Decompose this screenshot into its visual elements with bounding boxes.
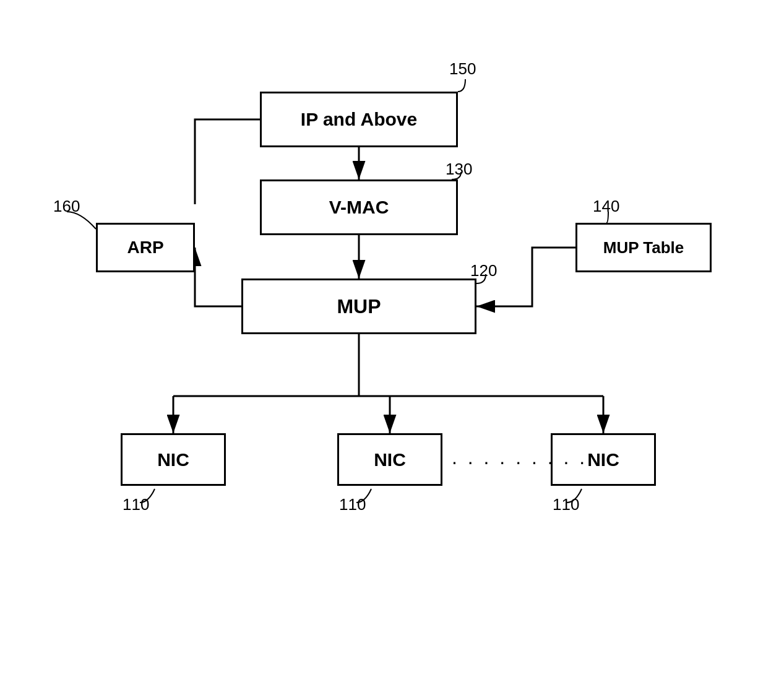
dots-label: · · · · · · · · · [452, 451, 587, 473]
mup-table-box: MUP Table [575, 223, 712, 272]
arp-box: ARP [96, 223, 195, 272]
ip-above-box: IP and Above [260, 92, 458, 147]
label-110c: 110 [553, 495, 579, 514]
nic2-box: NIC [337, 433, 442, 486]
vmac-box: V-MAC [260, 179, 458, 235]
label-160: 160 [53, 197, 80, 216]
label-120: 120 [470, 261, 497, 280]
label-150: 150 [449, 59, 476, 79]
label-110b: 110 [339, 495, 366, 514]
label-110a: 110 [123, 495, 149, 514]
label-140: 140 [593, 197, 619, 216]
nic1-box: NIC [121, 433, 226, 486]
mup-box: MUP [241, 278, 476, 334]
label-130: 130 [446, 160, 472, 179]
diagram-container: IP and Above V-MAC MUP ARP MUP Table NIC… [0, 0, 784, 682]
